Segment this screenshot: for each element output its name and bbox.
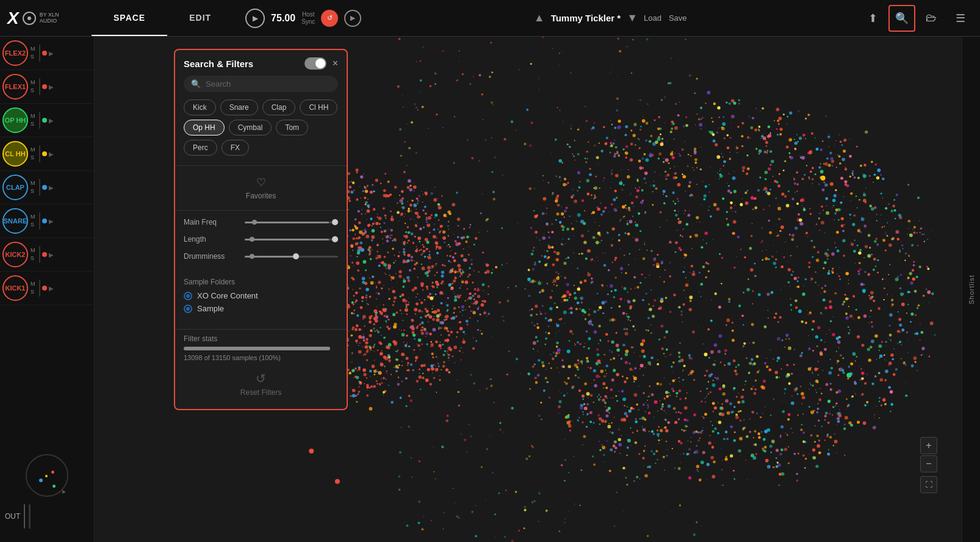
slider-thumb-bot-mainfreq[interactable] xyxy=(252,220,257,225)
channel-ophh: OP HH M S ▶ xyxy=(0,104,94,137)
filter-fx[interactable]: FX xyxy=(222,140,249,156)
mute-kick1[interactable]: M xyxy=(31,280,35,288)
channel-clhh: CL HH M S ▶ xyxy=(0,137,94,171)
reset-filters-button[interactable]: ↺ Reset Filters xyxy=(175,364,347,399)
close-button[interactable]: × xyxy=(333,58,338,69)
slider-fill-mainfreq xyxy=(245,222,329,223)
search-input-wrap[interactable]: 🔍 xyxy=(184,76,338,92)
solo-flex1[interactable]: S xyxy=(31,87,35,95)
mute-clap[interactable]: M xyxy=(31,179,35,187)
channel-kick2: KICK2 M S ▶ xyxy=(0,238,94,272)
slider-track-drumminess[interactable] xyxy=(245,256,338,258)
channel-arrow-snare[interactable]: ▶ xyxy=(49,218,54,225)
mute-clhh[interactable]: M xyxy=(31,146,35,154)
sample-folders-title: Sample Folders xyxy=(184,278,338,286)
channel-arrow-flex2[interactable]: ▶ xyxy=(49,50,54,57)
zoom-controls: + − ⛶ xyxy=(920,437,937,493)
filter-snare[interactable]: Snare xyxy=(220,99,258,115)
filter-tom[interactable]: Tom xyxy=(276,120,308,136)
channel-arrow-kick2[interactable]: ▶ xyxy=(49,251,54,258)
out-slider[interactable] xyxy=(24,504,25,529)
slider-thumb-mainfreq[interactable] xyxy=(332,219,338,225)
mute-flex2[interactable]: M xyxy=(31,45,35,53)
channel-pad-flex2[interactable]: FLEX2 xyxy=(2,40,28,66)
mute-snare[interactable]: M xyxy=(31,213,35,221)
menu-icon[interactable]: ☰ xyxy=(947,5,974,32)
transport-area: ▶ 75.00 Host Sync ↺ ▶ xyxy=(245,9,361,28)
channel-clap: CLAP M S ▶ xyxy=(0,171,94,204)
channel-pad-ophh[interactable]: OP HH xyxy=(2,107,28,133)
zoom-in-button[interactable]: + xyxy=(920,437,937,454)
slider-label-mainfreq: Main Freq xyxy=(184,218,239,226)
channel-arrow-clap[interactable]: ▶ xyxy=(49,184,54,191)
filter-cymbal[interactable]: Cymbal xyxy=(229,120,272,136)
mute-flex1[interactable]: M xyxy=(31,79,35,87)
folder-sample[interactable]: Sample xyxy=(184,304,338,313)
zoom-out-button[interactable]: − xyxy=(920,455,937,472)
channel-pad-kick2[interactable]: KICK2 xyxy=(2,242,28,267)
solo-ophh[interactable]: S xyxy=(31,120,35,128)
channel-pad-clap[interactable]: CLAP xyxy=(2,175,28,200)
solo-flex2[interactable]: S xyxy=(31,53,35,61)
channel-ms-clhh: M S xyxy=(31,146,35,161)
slider-thumb-bot-drumminess[interactable] xyxy=(250,254,254,259)
channel-arrow-kick1[interactable]: ▶ xyxy=(49,285,54,292)
folder-icon[interactable]: 🗁 xyxy=(918,5,945,32)
loop-button[interactable]: ↺ xyxy=(321,10,338,27)
slider-track-mainfreq[interactable] xyxy=(245,222,338,223)
filter-perc[interactable]: Perc xyxy=(184,140,217,156)
mini-pad-arrow[interactable]: ▶ xyxy=(62,489,66,494)
mute-ophh[interactable]: M xyxy=(31,112,35,120)
slider-track-inner-length xyxy=(245,239,338,240)
channel-ms-kick2: M S xyxy=(31,247,35,262)
mute-kick2[interactable]: M xyxy=(31,247,35,255)
filter-ophh[interactable]: Op HH xyxy=(184,120,225,136)
favorites-section[interactable]: ♡ Favorites xyxy=(175,170,347,206)
tab-edit[interactable]: EDIT xyxy=(167,0,233,36)
channel-ms-clap: M S xyxy=(31,179,35,195)
channel-arrow-clhh[interactable]: ▶ xyxy=(49,151,54,157)
search-input[interactable] xyxy=(206,79,331,89)
slider-track-length[interactable] xyxy=(245,239,338,240)
reset-label: Reset Filters xyxy=(240,388,281,397)
slider-label-length: Length xyxy=(184,235,239,244)
toggle-knob xyxy=(315,59,325,68)
favorites-label: Favorites xyxy=(246,192,276,200)
load-button[interactable]: Load xyxy=(644,13,661,23)
channel-pad-clhh[interactable]: CL HH xyxy=(2,141,28,167)
panel-toggle[interactable] xyxy=(304,57,326,70)
slider-thumb-drumminess[interactable] xyxy=(293,253,299,259)
tab-space[interactable]: SPACE xyxy=(92,0,167,36)
preset-prev[interactable]: ▲ xyxy=(534,12,545,24)
channel-arrow-flex1[interactable]: ▶ xyxy=(49,84,54,90)
channel-pad-snare[interactable]: SNARE xyxy=(2,208,28,234)
folder-xo-core[interactable]: XO Core Content xyxy=(184,291,338,300)
solo-snare[interactable]: S xyxy=(31,221,35,229)
preset-next[interactable]: ▼ xyxy=(627,12,638,24)
solo-kick2[interactable]: S xyxy=(31,255,35,262)
out-area: OUT xyxy=(5,502,89,531)
solo-kick1[interactable]: S xyxy=(31,288,35,296)
slider-thumb-length[interactable] xyxy=(332,236,338,242)
solo-clap[interactable]: S xyxy=(31,187,35,195)
slider-thumb-bot-length[interactable] xyxy=(250,237,254,242)
save-button[interactable]: Save xyxy=(669,13,687,23)
panel-divider-2 xyxy=(175,210,347,211)
filter-clhh[interactable]: Cl HH xyxy=(300,99,337,115)
filter-kick[interactable]: Kick xyxy=(184,99,216,115)
fullscreen-button[interactable]: ⛶ xyxy=(920,476,937,493)
filter-clap[interactable]: Clap xyxy=(262,99,296,115)
loop-button2[interactable]: ▶ xyxy=(344,10,361,27)
mini-pad[interactable]: ▶ xyxy=(26,454,68,497)
search-icon[interactable]: 🔍 xyxy=(888,5,915,32)
play-button[interactable]: ▶ xyxy=(245,9,265,28)
channel-arrow-ophh[interactable]: ▶ xyxy=(49,117,54,124)
export-icon[interactable]: ⬆ xyxy=(859,5,886,32)
channel-pad-flex1[interactable]: FLEX1 xyxy=(2,74,28,99)
right-panel: Shortlist xyxy=(962,37,980,542)
out-slider2[interactable] xyxy=(29,504,31,529)
channel-pad-kick1[interactable]: KICK1 xyxy=(2,275,28,301)
visualization-area[interactable]: Search & Filters × 🔍 Kick Snare Clap Cl … xyxy=(95,37,962,542)
slider-label-drumminess: Drumminess xyxy=(184,252,239,261)
solo-clhh[interactable]: S xyxy=(31,154,35,162)
